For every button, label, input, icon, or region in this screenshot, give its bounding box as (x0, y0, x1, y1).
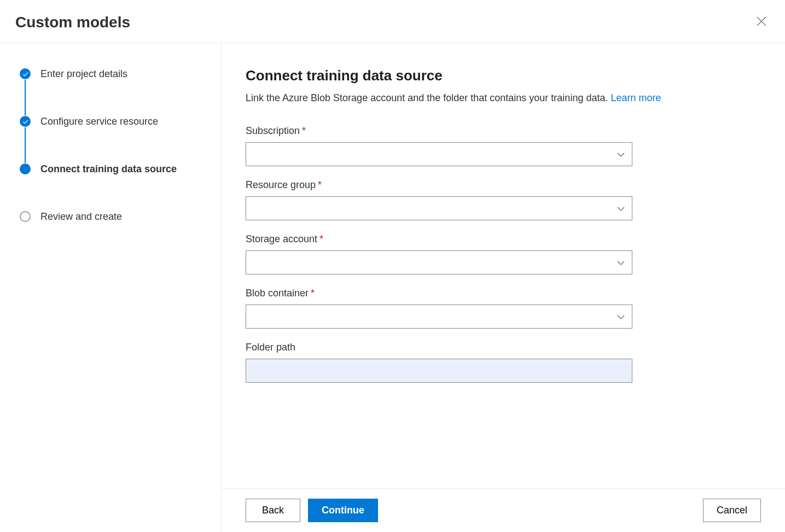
subscription-dropdown[interactable] (246, 142, 632, 166)
resource-group-label: Resource group* (246, 179, 761, 191)
required-asterisk: * (311, 288, 315, 299)
step-label: Review and create (40, 211, 122, 223)
learn-more-link[interactable]: Learn more (610, 92, 661, 103)
blob-container-dropdown[interactable] (246, 305, 632, 329)
step-label: Configure service resource (40, 116, 158, 127)
current-step-icon (20, 163, 31, 174)
step-configure-service-resource[interactable]: Configure service resource (20, 115, 206, 127)
check-icon (20, 68, 31, 79)
description-text: Link the Azure Blob Storage account and … (246, 92, 610, 103)
check-icon (20, 116, 31, 127)
section-title: Connect training data source (246, 67, 761, 84)
folder-path-label: Folder path (246, 342, 761, 353)
step-label: Enter project details (40, 68, 127, 80)
back-button[interactable]: Back (246, 499, 300, 522)
step-connect-training-data-source[interactable]: Connect training data source (20, 163, 206, 175)
folder-path-input[interactable] (246, 359, 632, 383)
header: Custom models (0, 0, 785, 43)
page-title: Custom models (15, 14, 130, 31)
close-button[interactable] (753, 13, 770, 32)
required-asterisk: * (318, 179, 322, 190)
resource-group-dropdown[interactable] (246, 196, 632, 220)
storage-account-label: Storage account* (246, 233, 761, 245)
pending-step-icon (20, 211, 31, 222)
storage-account-dropdown[interactable] (246, 250, 632, 274)
required-asterisk: * (319, 233, 323, 244)
step-enter-project-details[interactable]: Enter project details (20, 68, 206, 80)
step-label: Connect training data source (40, 163, 177, 175)
step-review-and-create[interactable]: Review and create (20, 211, 206, 223)
form-area: Connect training data source Link the Az… (222, 43, 785, 488)
subscription-label: Subscription* (246, 125, 761, 137)
cancel-button[interactable]: Cancel (703, 499, 761, 522)
wizard-footer: Back Continue Cancel (222, 488, 785, 532)
blob-container-label: Blob container* (246, 288, 761, 299)
section-description: Link the Azure Blob Storage account and … (246, 91, 761, 106)
close-icon (757, 16, 766, 26)
continue-button[interactable]: Continue (308, 499, 378, 522)
required-asterisk: * (302, 125, 306, 136)
wizard-steps-sidebar: Enter project details Configure service … (0, 43, 222, 532)
